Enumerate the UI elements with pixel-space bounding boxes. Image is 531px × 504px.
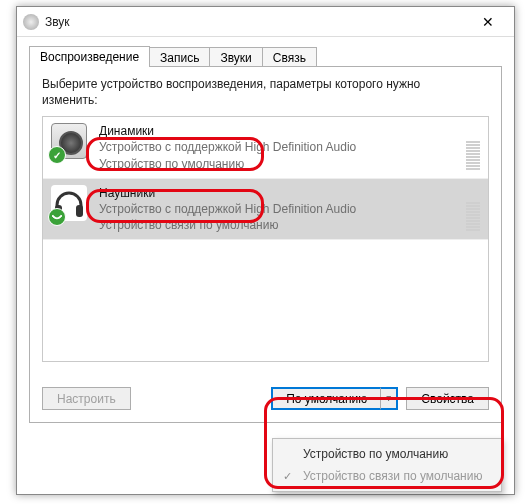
volume-meter-icon (466, 185, 480, 234)
tab-playback[interactable]: Воспроизведение (29, 46, 150, 67)
titlebar: Звук ✕ (17, 7, 514, 37)
menu-item-default-device[interactable]: Устройство по умолчанию (273, 443, 501, 465)
chevron-down-icon: ▼ (385, 394, 393, 403)
sound-icon (23, 14, 39, 30)
set-default-splitbutton[interactable]: По умолчанию ▼ (271, 387, 398, 410)
close-icon: ✕ (482, 14, 494, 30)
device-item-headphones[interactable]: Наушники Устройство с поддержкой High De… (43, 179, 488, 241)
volume-meter-icon (466, 123, 480, 172)
device-list[interactable]: ✓ Динамики Устройство с поддержкой High … (42, 116, 489, 362)
dialog-body: Воспроизведение Запись Звуки Связь Выбер… (17, 37, 514, 435)
device-item-speakers[interactable]: ✓ Динамики Устройство с поддержкой High … (43, 117, 488, 179)
device-name: Динамики (99, 123, 456, 139)
device-status: Устройство связи по умолчанию (99, 217, 456, 233)
default-dropdown-menu[interactable]: Устройство по умолчанию ✓ Устройство свя… (272, 438, 502, 492)
device-desc: Устройство с поддержкой High Definition … (99, 201, 456, 217)
properties-button[interactable]: Свойства (406, 387, 489, 410)
device-icon-wrap: ✓ (51, 123, 89, 161)
tabstrip: Воспроизведение Запись Звуки Связь (29, 46, 502, 67)
set-default-menu-arrow[interactable]: ▼ (380, 387, 398, 410)
device-text: Наушники Устройство с поддержкой High De… (99, 185, 456, 234)
tab-communications[interactable]: Связь (262, 47, 317, 68)
menu-item-label: Устройство связи по умолчанию (303, 469, 482, 483)
device-icon-wrap (51, 185, 89, 223)
device-text: Динамики Устройство с поддержкой High De… (99, 123, 456, 172)
menu-item-label: Устройство по умолчанию (303, 447, 448, 461)
tab-sounds[interactable]: Звуки (209, 47, 262, 68)
configure-button: Настроить (42, 387, 131, 410)
default-comm-badge (48, 208, 66, 226)
device-status: Устройство по умолчанию (99, 156, 456, 172)
default-check-badge: ✓ (48, 146, 66, 164)
tab-panel-playback: Выберите устройство воспроизведения, пар… (29, 66, 502, 423)
tab-recording[interactable]: Запись (149, 47, 210, 68)
instruction-text: Выберите устройство воспроизведения, пар… (42, 77, 472, 108)
window-title: Звук (45, 15, 468, 29)
set-default-button[interactable]: По умолчанию (271, 387, 380, 410)
button-row: Настроить По умолчанию ▼ Свойства (42, 387, 489, 410)
device-desc: Устройство с поддержкой High Definition … (99, 139, 456, 155)
device-name: Наушники (99, 185, 456, 201)
menu-item-default-comm-device[interactable]: ✓ Устройство связи по умолчанию (273, 465, 501, 487)
menu-check-icon: ✓ (283, 470, 303, 483)
close-button[interactable]: ✕ (468, 8, 508, 36)
sound-dialog: Звук ✕ Воспроизведение Запись Звуки Связ… (16, 6, 515, 495)
svg-rect-1 (76, 205, 83, 217)
